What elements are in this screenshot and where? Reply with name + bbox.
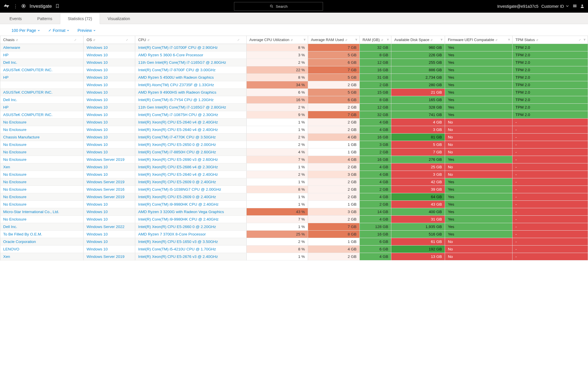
- cell[interactable]: No Enclosure: [0, 141, 84, 148]
- cell[interactable]: Windows 10: [84, 134, 135, 141]
- cell[interactable]: AMD Ryzen 7 3700X 8-Core Processor: [135, 231, 246, 238]
- link[interactable]: Intel(R) Core(TM) i9-9980HK CPU @ 2.40GH…: [138, 217, 218, 221]
- link[interactable]: Intel(R) Core(TM) i7-9700F CPU @ 3.00GHz: [138, 68, 216, 72]
- cell[interactable]: AMD Ryzen 5 4500U with Radeon Graphics: [135, 74, 246, 81]
- tab-events[interactable]: Events: [2, 13, 30, 24]
- link[interactable]: Intel(R) Core(TM) i5-1038NG7 CPU @ 2.00G…: [138, 187, 221, 192]
- cell[interactable]: No Enclosure: [0, 186, 84, 193]
- link[interactable]: Windows 10: [86, 105, 108, 109]
- link[interactable]: Windows 10: [86, 90, 108, 94]
- cell[interactable]: No Enclosure: [0, 216, 84, 223]
- cell[interactable]: To Be Filled By O.E.M.: [0, 231, 84, 238]
- col-cpu[interactable]: CPU⇵: [135, 36, 246, 44]
- cell[interactable]: Windows Server 2019: [84, 156, 135, 163]
- link[interactable]: Chassis Manufacture: [3, 135, 40, 139]
- cell[interactable]: Intel(R) Core(TM) i5-4210U CPU @ 1.70GHz: [135, 246, 246, 253]
- link[interactable]: Windows Server 2019: [86, 180, 124, 184]
- cell[interactable]: No Enclosure: [0, 178, 84, 186]
- cell[interactable]: Xen: [0, 163, 84, 171]
- link[interactable]: No Enclosure: [3, 217, 26, 221]
- cell[interactable]: Intel(R) Xeon(R) CPU E5-2640 v4 @ 2.40GH…: [135, 126, 246, 134]
- link[interactable]: Windows 10: [86, 150, 108, 154]
- cell[interactable]: Intel(R) Core(TM) i5-7Y54 CPU @ 1.20GHz: [135, 96, 246, 104]
- link[interactable]: No Enclosure: [3, 142, 26, 147]
- link[interactable]: Intel(R) Xeon(R) CPU E5-2609 0 @ 2.40GHz: [138, 195, 216, 199]
- link[interactable]: Intel(R) Core(TM) i7-10700F CPU @ 2.90GH…: [138, 45, 218, 50]
- link[interactable]: No Enclosure: [3, 187, 26, 192]
- link[interactable]: Windows 10: [86, 210, 108, 214]
- link[interactable]: Intel(R) Core(TM) i5-4210U CPU @ 1.70GHz: [138, 247, 216, 251]
- link[interactable]: Windows 10: [86, 202, 108, 206]
- link[interactable]: Windows Server 2019: [86, 254, 124, 259]
- cell[interactable]: Intel(R) Core(TM) i9-9980HK CPU @ 2.40GH…: [135, 201, 246, 208]
- cell[interactable]: Intel(R) Core(TM) i7-9700F CPU @ 3.00GHz: [135, 66, 246, 74]
- bookmark-icon[interactable]: [55, 4, 60, 9]
- link[interactable]: Dell Inc.: [3, 60, 17, 65]
- preview-dropdown[interactable]: Preview: [78, 28, 96, 33]
- sort-icon[interactable]: ⇵: [93, 38, 95, 42]
- cell[interactable]: Windows 10: [84, 201, 135, 208]
- link[interactable]: Intel(R) Xeon(R) CPU E5-2660 0 @ 2.20GHz: [138, 225, 216, 229]
- col-ram[interactable]: RAM (GB)⇵: [359, 36, 391, 44]
- user-icon[interactable]: [580, 4, 585, 9]
- col-chasis[interactable]: Chasis⇵: [0, 36, 84, 44]
- cell[interactable]: 11th Gen Intel(R) Core(TM) i7-1165G7 @ 2…: [135, 59, 246, 66]
- cell[interactable]: No Enclosure: [0, 119, 84, 126]
- link[interactable]: No Enclosure: [3, 195, 26, 199]
- cell[interactable]: Alienware: [0, 44, 84, 51]
- cell[interactable]: Intel(R) Xeon(R) CPU E5-1650 v3 @ 3.50GH…: [135, 238, 246, 246]
- link[interactable]: Windows 10: [86, 128, 108, 132]
- link[interactable]: No Enclosure: [3, 120, 26, 124]
- cell[interactable]: Dell Inc.: [0, 223, 84, 231]
- link[interactable]: HP: [3, 53, 9, 57]
- cell[interactable]: No Enclosure: [0, 126, 84, 134]
- link[interactable]: HP: [3, 75, 9, 80]
- link[interactable]: Intel(R) Xeon(R) CPU E5-2640 v4 @ 2.40GH…: [138, 172, 218, 177]
- cell[interactable]: Dell Inc.: [0, 96, 84, 104]
- cell[interactable]: Dell Inc.: [0, 59, 84, 66]
- link[interactable]: ASUSTeK COMPUTER INC.: [3, 90, 53, 94]
- link[interactable]: Intel(R) Xeon(R) CPU E5-1650 v3 @ 3.50GH…: [138, 240, 218, 244]
- cell[interactable]: Windows Server 2019: [84, 193, 135, 201]
- link[interactable]: AMD Ryzen 3 3200G with Radeon Vega Graph…: [138, 210, 224, 214]
- cell[interactable]: Windows 10: [84, 163, 135, 171]
- cell[interactable]: Micro-Star International Co., Ltd.: [0, 208, 84, 216]
- cell[interactable]: HP: [0, 104, 84, 111]
- cell[interactable]: Windows 10: [84, 141, 135, 148]
- link[interactable]: To Be Filled By O.E.M.: [3, 232, 42, 236]
- cell[interactable]: Windows 10: [84, 104, 135, 111]
- link[interactable]: No Enclosure: [3, 180, 26, 184]
- cell[interactable]: Windows 10: [84, 44, 135, 51]
- cell[interactable]: Intel(R) Xeon(R) CPU E5-2640 v4 @ 2.40GH…: [135, 119, 246, 126]
- cell[interactable]: Windows 10: [84, 171, 135, 178]
- cell[interactable]: ASUSTeK COMPUTER INC.: [0, 111, 84, 119]
- cell[interactable]: Windows 10: [84, 81, 135, 89]
- link[interactable]: Windows 10: [86, 83, 108, 87]
- link[interactable]: Windows Server 2019: [86, 157, 124, 162]
- cell[interactable]: Intel(R) Xeon(R) CPU E5-2640 v4 @ 2.40GH…: [135, 171, 246, 178]
- link[interactable]: Intel(R) Xeon(R) CPU E5-2609 0 @ 2.40GHz: [138, 180, 216, 184]
- cell[interactable]: Intel(R) Xeon(R) CPU E5-2660 0 @ 2.20GHz: [135, 223, 246, 231]
- sort-icon[interactable]: ⇵: [291, 38, 293, 42]
- link[interactable]: Intel(R) Xeon(R) CPU E5-2640 v4 @ 2.40GH…: [138, 128, 218, 132]
- link[interactable]: Intel(R) Core(TM) i9-9980HK CPU @ 2.40GH…: [138, 202, 218, 206]
- link[interactable]: No Enclosure: [3, 128, 26, 132]
- sort-icon[interactable]: ⇵: [536, 38, 538, 42]
- tab-visualization[interactable]: Visualization: [100, 13, 138, 24]
- cell[interactable]: Windows 10: [84, 246, 135, 253]
- cell[interactable]: Intel(R) Core(TM) i7-10700F CPU @ 2.90GH…: [135, 44, 246, 51]
- link[interactable]: 11th Gen Intel(R) Core(TM) i7-1165G7 @ 2…: [138, 60, 226, 65]
- customer-id-dropdown[interactable]: Customer ID: [541, 4, 570, 9]
- link[interactable]: AMD Ryzen 7 3700X 8-Core Processor: [138, 232, 206, 236]
- link[interactable]: 11th Gen Intel(R) Core(TM) i7-1165G7 @ 2…: [138, 105, 226, 109]
- link[interactable]: Dell Inc.: [3, 98, 17, 102]
- cell[interactable]: Windows 10: [84, 119, 135, 126]
- format-dropdown[interactable]: Format: [48, 28, 69, 33]
- sort-icon[interactable]: ⇵: [430, 38, 433, 42]
- cell[interactable]: Windows 10: [84, 231, 135, 238]
- link[interactable]: Windows 10: [86, 60, 108, 65]
- cell[interactable]: No Enclosure: [0, 148, 84, 156]
- link[interactable]: LENOVO: [3, 247, 19, 251]
- filter-icon[interactable]: [583, 38, 586, 42]
- link[interactable]: AMD Ryzen 5 4500U with Radeon Graphics: [138, 75, 214, 80]
